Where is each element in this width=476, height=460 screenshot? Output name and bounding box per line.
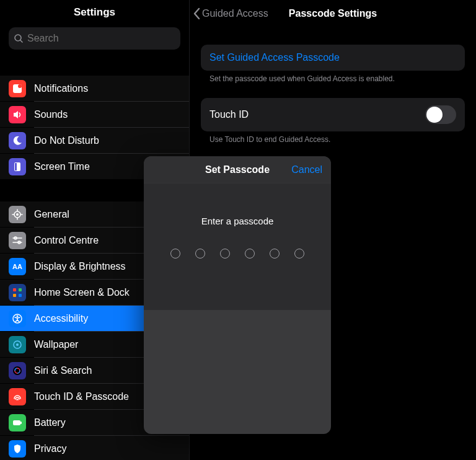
sidebar-item-notifications[interactable]: Notifications bbox=[0, 76, 189, 101]
svg-rect-20 bbox=[13, 294, 16, 297]
svg-rect-18 bbox=[13, 288, 16, 291]
sidebar-item-label: Notifications bbox=[34, 83, 189, 94]
touchid-cell: Touch ID bbox=[201, 98, 465, 131]
battery-icon bbox=[9, 414, 26, 431]
set-passcode-label: Set Guided Access Passcode bbox=[209, 52, 340, 63]
sidebar-item-sounds[interactable]: Sounds bbox=[0, 102, 189, 127]
back-label: Guided Access bbox=[202, 8, 268, 19]
svg-rect-21 bbox=[19, 294, 22, 297]
privacy-icon bbox=[9, 440, 26, 458]
sidebar-item-privacy[interactable]: Privacy bbox=[0, 436, 189, 460]
touchid-footer: Use Touch ID to end Guided Access. bbox=[201, 131, 465, 144]
passcode-dot bbox=[294, 249, 304, 259]
set-passcode-modal: Set Passcode Cancel Enter a passcode bbox=[144, 156, 331, 434]
detail-header: Guided Access Passcode Settings bbox=[190, 0, 476, 27]
svg-rect-6 bbox=[15, 163, 17, 170]
sidebar-header: Settings bbox=[0, 0, 189, 22]
modal-title: Set Passcode bbox=[205, 164, 270, 175]
display-icon: AA bbox=[9, 258, 26, 275]
passcode-dot bbox=[170, 249, 180, 259]
svg-rect-30 bbox=[20, 422, 22, 424]
search-icon bbox=[14, 33, 24, 43]
svg-line-1 bbox=[20, 40, 22, 42]
passcode-dots bbox=[144, 249, 331, 259]
sidebar-item-do-not-disturb[interactable]: Do Not Disturb bbox=[0, 128, 189, 153]
screentime-icon bbox=[9, 158, 26, 175]
touchid-icon bbox=[9, 388, 26, 405]
svg-rect-19 bbox=[19, 288, 22, 291]
dnd-icon bbox=[9, 132, 26, 149]
svg-text:AA: AA bbox=[12, 263, 22, 270]
siri-icon bbox=[9, 362, 26, 379]
sidebar-item-label: Privacy bbox=[34, 443, 189, 454]
sidebar-item-label: Do Not Disturb bbox=[34, 135, 189, 146]
touchid-toggle[interactable] bbox=[425, 105, 456, 124]
passcode-dot bbox=[270, 249, 280, 259]
svg-point-8 bbox=[16, 213, 19, 216]
search-field[interactable] bbox=[9, 27, 180, 50]
set-passcode-cell[interactable]: Set Guided Access Passcode bbox=[201, 45, 465, 71]
svg-point-25 bbox=[16, 343, 19, 346]
modal-keypad-area[interactable] bbox=[144, 310, 331, 434]
passcode-dot bbox=[245, 249, 255, 259]
back-button[interactable]: Guided Access bbox=[190, 7, 268, 20]
sidebar-title: Settings bbox=[0, 6, 189, 19]
set-passcode-footer: Set the passcode used when Guided Access… bbox=[201, 71, 465, 83]
toggle-knob bbox=[426, 107, 443, 123]
svg-rect-29 bbox=[13, 420, 20, 425]
accessibility-icon bbox=[9, 310, 26, 327]
passcode-dot bbox=[195, 249, 205, 259]
passcode-dot bbox=[220, 249, 230, 259]
svg-point-23 bbox=[17, 315, 19, 317]
modal-prompt: Enter a passcode bbox=[144, 216, 331, 226]
svg-marker-4 bbox=[14, 111, 18, 118]
sidebar-item-label: Sounds bbox=[34, 109, 189, 120]
sounds-icon bbox=[9, 106, 26, 123]
touchid-label: Touch ID bbox=[209, 109, 249, 120]
notifications-icon bbox=[9, 80, 26, 97]
search-input[interactable] bbox=[27, 33, 175, 44]
controlcentre-icon bbox=[9, 232, 26, 249]
svg-point-26 bbox=[13, 366, 22, 375]
modal-cancel-button[interactable]: Cancel bbox=[291, 164, 322, 175]
chevron-left-icon bbox=[193, 7, 201, 20]
general-icon bbox=[9, 206, 26, 223]
svg-point-3 bbox=[18, 84, 22, 88]
modal-header: Set Passcode Cancel bbox=[144, 156, 331, 184]
homescreen-icon bbox=[9, 284, 26, 301]
wallpaper-icon bbox=[9, 336, 26, 353]
